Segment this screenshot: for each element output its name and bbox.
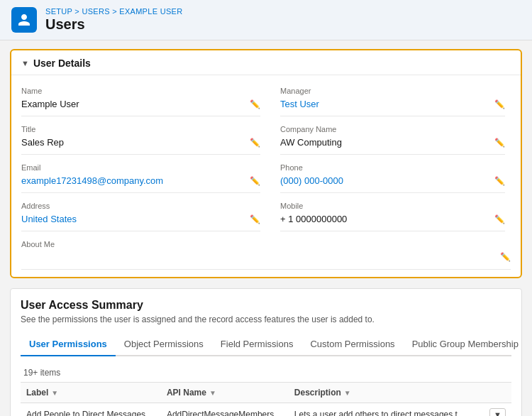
manager-edit-icon[interactable]: ✏️ bbox=[494, 99, 505, 109]
tab-object-permissions[interactable]: Object Permissions bbox=[116, 333, 212, 356]
items-count: 19+ items bbox=[21, 363, 511, 383]
label-sort-icon[interactable]: ▼ bbox=[51, 389, 58, 397]
collapse-icon: ▼ bbox=[21, 59, 29, 67]
name-field: Name Example User ✏️ bbox=[21, 82, 266, 121]
name-value: Example User ✏️ bbox=[21, 97, 260, 116]
page-title: Users bbox=[45, 16, 182, 33]
company-label: Company Name bbox=[280, 125, 505, 133]
mobile-value: + 1 0000000000 ✏️ bbox=[280, 212, 505, 231]
email-field: Email example17231498@company.com ✏️ bbox=[21, 159, 266, 197]
tab-custom-permissions[interactable]: Custom Permissions bbox=[301, 333, 403, 356]
users-icon bbox=[11, 7, 37, 33]
title-edit-icon[interactable]: ✏️ bbox=[250, 138, 260, 148]
name-edit-icon[interactable]: ✏️ bbox=[250, 99, 260, 109]
manager-label: Manager bbox=[280, 87, 505, 95]
mobile-label: Mobile bbox=[280, 202, 505, 210]
tab-field-permissions[interactable]: Field Permissions bbox=[212, 333, 302, 356]
table-header-row: Label ▼ API Name ▼ Description ▼ bbox=[21, 383, 511, 403]
tab-queue-membership[interactable]: Queue Membership bbox=[527, 333, 532, 356]
title-label: Title bbox=[21, 125, 260, 133]
phone-edit-icon[interactable]: ✏️ bbox=[494, 176, 505, 186]
phone-value: (000) 000-0000 ✏️ bbox=[280, 173, 505, 193]
name-label: Name bbox=[21, 87, 260, 95]
access-summary-section: User Access Summary See the permissions … bbox=[10, 288, 522, 416]
user-details-body: Name Example User ✏️ Manager Test User ✏… bbox=[11, 75, 521, 277]
company-value: AW Computing ✏️ bbox=[280, 135, 505, 155]
main-content: ▼ User Details Name Example User ✏️ Mana… bbox=[0, 40, 532, 416]
address-field: Address United States ✏️ bbox=[21, 197, 266, 236]
header-text: SETUP > USERS > EXAMPLE USER Users bbox=[45, 7, 182, 33]
mobile-field: Mobile + 1 0000000000 ✏️ bbox=[266, 197, 511, 236]
row1-dropdown-button[interactable]: ▼ bbox=[489, 408, 506, 416]
access-tabs: User Permissions Object Permissions Fiel… bbox=[21, 333, 511, 356]
row1-action: ▼ bbox=[484, 403, 511, 417]
user-details-title: User Details bbox=[33, 58, 91, 69]
desc-sort-icon[interactable]: ▼ bbox=[344, 389, 351, 397]
about-me-field: About Me ✏️ bbox=[21, 236, 511, 274]
email-value: example17231498@company.com ✏️ bbox=[21, 173, 260, 193]
title-field: Title Sales Rep ✏️ bbox=[21, 121, 266, 159]
access-summary-title: User Access Summary bbox=[21, 299, 511, 312]
breadcrumb: SETUP > USERS > EXAMPLE USER bbox=[45, 7, 182, 16]
access-summary-desc: See the permissions the user is assigned… bbox=[21, 314, 511, 324]
address-label: Address bbox=[21, 202, 260, 210]
row1-label: Add People to Direct Messages bbox=[21, 403, 161, 417]
company-edit-icon[interactable]: ✏️ bbox=[494, 138, 505, 148]
app-header: SETUP > USERS > EXAMPLE USER Users bbox=[0, 0, 532, 40]
table-row: Add People to Direct Messages AddDirectM… bbox=[21, 403, 511, 417]
title-value: Sales Rep ✏️ bbox=[21, 135, 260, 155]
company-field: Company Name AW Computing ✏️ bbox=[266, 121, 511, 159]
email-label: Email bbox=[21, 163, 260, 172]
address-value: United States ✏️ bbox=[21, 212, 260, 231]
manager-value: Test User ✏️ bbox=[280, 97, 505, 116]
about-me-edit-icon[interactable]: ✏️ bbox=[500, 252, 511, 262]
user-details-card: ▼ User Details Name Example User ✏️ Mana… bbox=[10, 49, 522, 278]
col-api-name: API Name ▼ bbox=[161, 383, 289, 403]
tab-public-group-membership[interactable]: Public Group Membership bbox=[404, 333, 527, 356]
col-action bbox=[484, 383, 511, 403]
phone-field: Phone (000) 000-0000 ✏️ bbox=[266, 159, 511, 197]
address-edit-icon[interactable]: ✏️ bbox=[250, 214, 260, 224]
mobile-edit-icon[interactable]: ✏️ bbox=[494, 214, 505, 224]
user-details-header[interactable]: ▼ User Details bbox=[11, 50, 521, 75]
about-me-value: ✏️ bbox=[21, 250, 511, 270]
col-description: Description ▼ bbox=[289, 383, 484, 403]
permissions-table: Label ▼ API Name ▼ Description ▼ bbox=[21, 383, 511, 416]
about-me-label: About Me bbox=[21, 240, 511, 248]
phone-label: Phone bbox=[280, 163, 505, 172]
tab-user-permissions[interactable]: User Permissions bbox=[21, 333, 116, 356]
row1-api: AddDirectMessageMembers bbox=[161, 403, 289, 417]
col-label: Label ▼ bbox=[21, 383, 161, 403]
manager-field: Manager Test User ✏️ bbox=[266, 82, 511, 121]
api-sort-icon[interactable]: ▼ bbox=[209, 389, 216, 397]
row1-desc: Lets a user add others to direct message… bbox=[289, 403, 484, 417]
email-edit-icon[interactable]: ✏️ bbox=[250, 176, 260, 186]
